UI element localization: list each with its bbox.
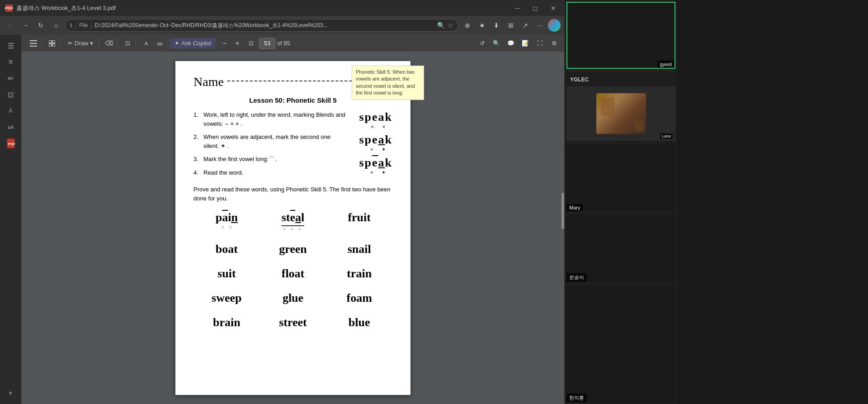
thumbnail-view-button[interactable]	[46, 37, 58, 50]
star-icon[interactable]: ☆	[448, 22, 453, 29]
instr-text-4: Read the word.	[203, 168, 243, 177]
word-cell-float: float	[260, 263, 326, 284]
favicon: PDF	[5, 5, 13, 12]
address-url: D:/2024/Fall%20Semester-Oct~Dec/RHD/RHD3…	[95, 22, 434, 29]
word-cell-pain: pain × ×	[193, 207, 260, 235]
word-cell-fruit: fruit	[326, 207, 392, 235]
sidebar-toggle-pdf-button[interactable]	[27, 37, 40, 50]
word-cell-suit: suit	[193, 263, 260, 284]
zoom-in-button[interactable]: +	[232, 38, 243, 49]
fit-page-button[interactable]: ⊡	[245, 37, 257, 50]
participant-mary-label: Mary	[566, 204, 583, 211]
separator: |	[75, 22, 76, 29]
yglec-thumb-label: Lane	[660, 133, 673, 139]
nav-bar: ← → ↻ ⌂ ℹ | File | D:/2024/Fall%20Semest…	[0, 16, 564, 35]
aa-button[interactable]: aa	[153, 37, 166, 50]
browser-sidebar: ☰ ≡ ✏ ⊡ A aA PDF +	[0, 35, 22, 404]
word-cell-boat: boat	[193, 239, 260, 260]
instr-num-2: 2.	[193, 133, 201, 142]
instr-text-1: Work, left to right, under the word, mar…	[203, 110, 347, 128]
favorites-button[interactable]: ★	[476, 19, 488, 32]
example-word-1: speak × ×	[359, 110, 392, 129]
instr-num-1: 1.	[193, 110, 201, 119]
example-word-2: speak × ✶	[359, 133, 392, 152]
crop-tool-icon[interactable]: ⊡	[4, 87, 18, 102]
rotate-button[interactable]: ↺	[476, 37, 488, 50]
comments-button[interactable]: 💬	[505, 37, 517, 50]
text-select-icon[interactable]: A	[4, 104, 18, 118]
svg-rect-5	[49, 40, 52, 43]
pdf-icon[interactable]: PDF	[4, 136, 18, 151]
info-icon: ℹ	[70, 22, 72, 29]
copilot-icon: ✦	[175, 40, 179, 47]
add-note-button[interactable]: 📝	[519, 37, 532, 50]
participant-gyeol-label: gyeol	[657, 61, 675, 68]
svg-rect-3	[30, 43, 37, 44]
tooltip-box: Phonetic Skill 5: When two vowels are ad…	[352, 66, 424, 100]
refresh-button[interactable]: ↻	[34, 19, 47, 32]
participant-hanjihoon-label: 한지훈	[566, 394, 587, 402]
fullscreen-button[interactable]: ⛶	[533, 37, 546, 50]
profile-avatar[interactable]	[548, 19, 561, 32]
svg-text:PDF: PDF	[8, 142, 15, 146]
page-total: of 85	[277, 40, 290, 47]
zoom-out-button[interactable]: −	[219, 38, 230, 49]
svg-rect-4	[30, 46, 37, 47]
participant-gyeol: gyeol	[566, 2, 675, 69]
extensions-button[interactable]: ⊕	[461, 19, 474, 32]
participants-panel: gyeol YGLEC Lane Mary	[564, 0, 677, 404]
nav-actions: ⊕ ★ ⬇ ⊞ ↗ ···	[461, 19, 561, 32]
back-button[interactable]: ←	[4, 19, 16, 32]
crop-pdf-button[interactable]: ⊡	[121, 37, 134, 50]
pdf-content[interactable]: Phonetic Skill 5: When two vowels are ad…	[22, 52, 564, 404]
minimize-button[interactable]: ─	[513, 4, 523, 13]
add-icon[interactable]: +	[4, 386, 18, 400]
participant-onsong-label: 온송이	[566, 273, 587, 282]
draw-tool-icon[interactable]: ✏	[4, 71, 18, 86]
svg-rect-8	[52, 44, 55, 47]
example-word-3: speak × ✶	[359, 156, 392, 176]
word-cell-train: train	[326, 263, 392, 284]
instruction-4: 4. Read the word.	[193, 168, 347, 177]
sidebar-toggle-icon[interactable]: ☰	[4, 38, 18, 53]
split-screen-button[interactable]: ⊞	[505, 19, 517, 32]
find-button[interactable]: 🔍	[490, 37, 503, 50]
yglec-label: YGLEC	[570, 76, 589, 83]
word-cell-street: street	[260, 312, 326, 333]
pencil-icon: ✏	[68, 40, 73, 47]
word-cell-glue: glue	[260, 288, 326, 309]
close-button[interactable]: ✕	[548, 4, 559, 13]
pdf-toolbar: ✏ Draw ▾ ⌫ ⊡ A aa	[22, 35, 564, 52]
word-cell-steal: steal × × ×	[260, 207, 326, 235]
word-cell-snail: snail	[326, 239, 392, 260]
draw-chevron-icon: ▾	[90, 40, 93, 47]
copilot-button[interactable]: ✦ Ask Copilot	[170, 38, 216, 48]
instr-num-3: 3.	[193, 155, 201, 164]
forward-button[interactable]: →	[19, 19, 32, 32]
word-cell-green: green	[260, 239, 326, 260]
search-icon: 🔍	[437, 22, 445, 29]
more-tools-button[interactable]: ···	[533, 19, 546, 32]
settings-pdf-button[interactable]: ⚙	[548, 37, 561, 50]
home-button[interactable]: ⌂	[50, 19, 62, 32]
font-icon[interactable]: aA	[4, 120, 18, 134]
page-number-input[interactable]	[259, 38, 275, 49]
draw-button[interactable]: ✏ Draw ▾	[64, 38, 97, 48]
window-title: 홈클래스 Workbook_초1-4 Level 3.pdf	[16, 4, 116, 12]
instr-text-3: Mark the first vowel long: ¯ .	[203, 155, 277, 164]
prove-text: Prove and read these words, using Phonet…	[193, 185, 392, 203]
participant-yglec: YGLEC Lane	[566, 73, 675, 141]
participant-onsong: 온송이	[566, 215, 675, 282]
title-bar: PDF 홈클래스 Workbook_초1-4 Level 3.pdf ─ ◻ ✕	[0, 0, 564, 16]
restore-button[interactable]: ◻	[530, 4, 541, 13]
svg-rect-7	[49, 44, 52, 47]
bookmark-list-icon[interactable]: ≡	[4, 55, 18, 69]
downloads-button[interactable]: ⬇	[490, 19, 503, 32]
eraser-button[interactable]: ⌫	[103, 37, 115, 50]
collections-button[interactable]: ↗	[519, 19, 532, 32]
text-size-a-button[interactable]: A	[140, 37, 152, 50]
address-bar[interactable]: ℹ | File | D:/2024/Fall%20Semester-Oct~D…	[65, 19, 458, 32]
instr-num-4: 4.	[193, 168, 201, 177]
svg-rect-6	[52, 40, 55, 43]
page-controls: − + ⊡ of 85	[219, 37, 290, 50]
